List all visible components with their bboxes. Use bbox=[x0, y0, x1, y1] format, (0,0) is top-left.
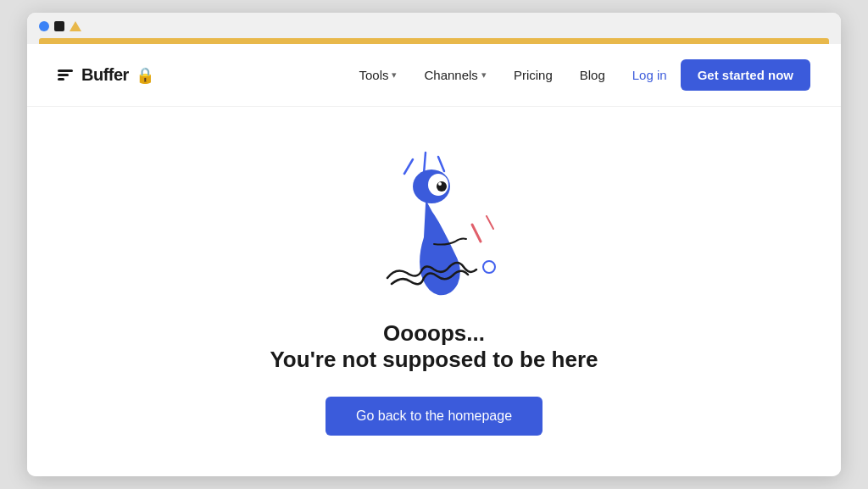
browser-chrome bbox=[27, 13, 841, 44]
nav-tools[interactable]: Tools ▾ bbox=[359, 68, 397, 82]
browser-window: Buffer 🔒 Tools ▾ Channels ▾ Pricing Blog… bbox=[27, 13, 841, 476]
logo-bar-1 bbox=[58, 69, 73, 72]
dot-triangle bbox=[70, 21, 81, 31]
navbar: Buffer 🔒 Tools ▾ Channels ▾ Pricing Blog… bbox=[27, 44, 841, 107]
logo-bar-3 bbox=[58, 78, 64, 81]
error-illustration bbox=[324, 127, 544, 305]
nav-actions: Log in Get started now bbox=[632, 59, 810, 91]
svg-point-9 bbox=[438, 182, 442, 186]
go-home-button[interactable]: Go back to the homepage bbox=[326, 397, 542, 436]
login-button[interactable]: Log in bbox=[632, 68, 667, 82]
svg-line-3 bbox=[472, 225, 481, 242]
error-sub-text: You're not supposed to be here bbox=[270, 347, 598, 372]
svg-point-8 bbox=[437, 181, 447, 192]
buffer-logo-icon bbox=[58, 69, 73, 81]
dot-square bbox=[54, 21, 64, 31]
svg-line-4 bbox=[487, 216, 493, 229]
logo-emoji: 🔒 bbox=[136, 66, 154, 85]
chevron-down-icon: ▾ bbox=[392, 69, 397, 81]
nav-links: Tools ▾ Channels ▾ Pricing Blog bbox=[359, 68, 604, 82]
dot-blue bbox=[39, 21, 49, 31]
browser-dots bbox=[39, 21, 829, 31]
svg-line-1 bbox=[404, 159, 413, 174]
nav-blog[interactable]: Blog bbox=[580, 68, 605, 82]
logo-text: Buffer bbox=[81, 65, 129, 85]
oops-text: Oooops... bbox=[270, 320, 598, 347]
svg-line-2 bbox=[438, 157, 444, 171]
get-started-button[interactable]: Get started now bbox=[681, 59, 810, 91]
nav-channels[interactable]: Channels ▾ bbox=[424, 68, 486, 82]
nav-pricing[interactable]: Pricing bbox=[514, 68, 553, 82]
svg-point-5 bbox=[483, 261, 495, 273]
error-text: Oooops... You're not supposed to be here bbox=[270, 320, 598, 373]
browser-addressbar bbox=[39, 38, 829, 44]
logo-bar-2 bbox=[58, 74, 69, 76]
logo-area: Buffer 🔒 bbox=[58, 65, 154, 85]
chevron-down-icon: ▾ bbox=[481, 69, 487, 81]
main-content: Oooops... You're not supposed to be here… bbox=[27, 107, 841, 476]
